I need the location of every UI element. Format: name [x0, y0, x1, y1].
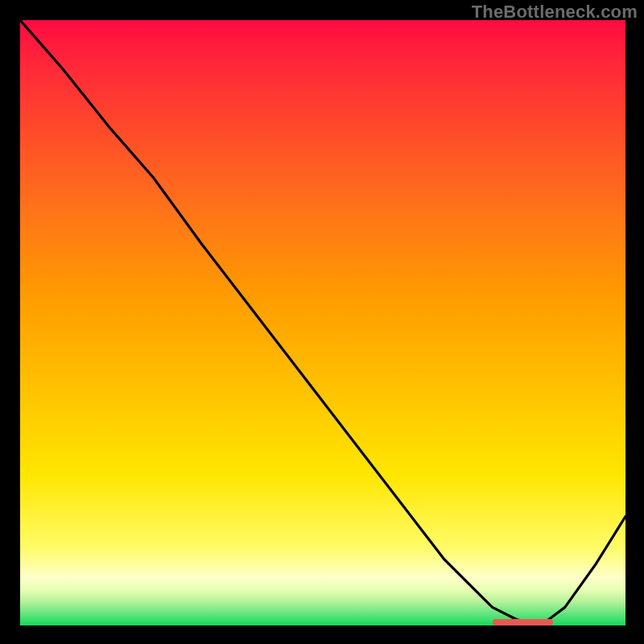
chart-container: TheBottleneck.com	[0, 0, 644, 644]
x-axis	[20, 625, 625, 631]
line-curve	[20, 20, 625, 625]
plot-area	[20, 20, 625, 625]
y-axis	[14, 20, 20, 625]
